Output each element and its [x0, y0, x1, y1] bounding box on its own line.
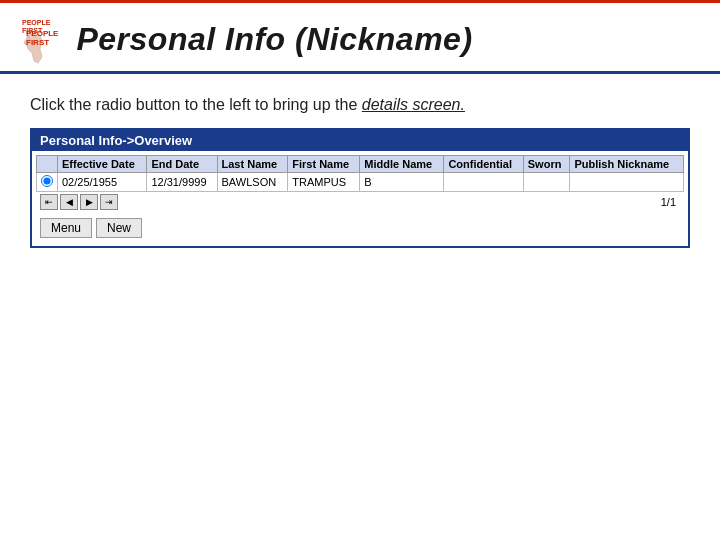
cell-middle-name: B — [360, 173, 444, 192]
new-button[interactable]: New — [96, 218, 142, 238]
col-effective-date: Effective Date — [58, 156, 147, 173]
nav-last-btn[interactable]: ⇥ — [100, 194, 118, 210]
main-panel: Personal Info->Overview Effective Date E… — [30, 128, 690, 248]
cell-publish-nickname — [570, 173, 684, 192]
logo-first-text: FIRST — [26, 39, 58, 48]
col-sworn: Sworn — [523, 156, 570, 173]
col-middle-name: Middle Name — [360, 156, 444, 173]
description-link: details screen. — [362, 96, 465, 113]
svg-text:PEOPLE: PEOPLE — [22, 19, 51, 26]
nav-first-btn[interactable]: ⇤ — [40, 194, 58, 210]
nav-next-btn[interactable]: ▶ — [80, 194, 98, 210]
col-publish-nickname: Publish Nickname — [570, 156, 684, 173]
cell-sworn — [523, 173, 570, 192]
row-radio-input[interactable] — [41, 175, 53, 187]
nav-prev-btn[interactable]: ◀ — [60, 194, 78, 210]
logo-area: PEOPLE FIRST PEOPLE FIRST — [20, 13, 58, 65]
panel-body: Effective Date End Date Last Name First … — [32, 151, 688, 246]
description-text: Click the radio button to the left to br… — [0, 74, 720, 128]
cell-last-name: BAWLSON — [217, 173, 288, 192]
col-end-date: End Date — [147, 156, 217, 173]
table-row: 02/25/195512/31/9999BAWLSONTRAMPUSB — [37, 173, 684, 192]
panel-breadcrumb: Personal Info->Overview — [32, 130, 688, 151]
cell-first-name: TRAMPUS — [288, 173, 360, 192]
col-first-name: First Name — [288, 156, 360, 173]
cell-confidential — [444, 173, 523, 192]
page-count: 1/1 — [661, 196, 680, 208]
page-header: PEOPLE FIRST PEOPLE FIRST Personal Info … — [0, 3, 720, 74]
footer-buttons: Menu New — [36, 212, 684, 242]
menu-button[interactable]: Menu — [40, 218, 92, 238]
page-title: Personal Info (Nickname) — [76, 21, 472, 58]
col-confidential: Confidential — [444, 156, 523, 173]
col-last-name: Last Name — [217, 156, 288, 173]
col-radio — [37, 156, 58, 173]
header-left: PEOPLE FIRST PEOPLE FIRST Personal Info … — [20, 13, 473, 65]
cell-end-date: 12/31/9999 — [147, 173, 217, 192]
cell-effective-date: 02/25/1955 — [58, 173, 147, 192]
table-header-row: Effective Date End Date Last Name First … — [37, 156, 684, 173]
data-table: Effective Date End Date Last Name First … — [36, 155, 684, 192]
nav-buttons[interactable]: ⇤ ◀ ▶ ⇥ — [40, 194, 118, 210]
navigation-row: ⇤ ◀ ▶ ⇥ 1/1 — [36, 192, 684, 212]
row-radio-cell[interactable] — [37, 173, 58, 192]
description-before: Click the radio button to the left to br… — [30, 96, 362, 113]
